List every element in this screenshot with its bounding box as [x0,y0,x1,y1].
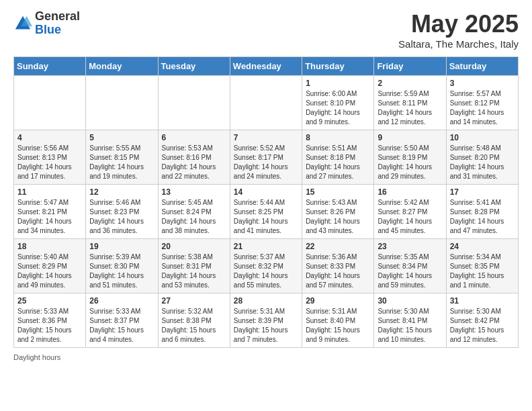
day-number: 18 [17,242,82,251]
calendar-week-row: 1Sunrise: 6:00 AM Sunset: 8:10 PM Daylig… [14,76,519,130]
day-number: 5 [89,133,154,142]
day-number: 3 [450,79,515,88]
day-of-week-header: Thursday [302,57,374,76]
calendar-header-row: SundayMondayTuesdayWednesdayThursdayFrid… [14,57,519,76]
calendar-cell: 13Sunrise: 5:45 AM Sunset: 8:24 PM Dayli… [158,185,230,239]
calendar-cell: 16Sunrise: 5:42 AM Sunset: 8:27 PM Dayli… [374,185,446,239]
calendar-cell: 24Sunrise: 5:34 AM Sunset: 8:35 PM Dayli… [446,239,518,293]
logo-icon [13,14,32,33]
day-info: Sunrise: 5:33 AM Sunset: 8:36 PM Dayligh… [17,307,82,345]
calendar-cell: 11Sunrise: 5:47 AM Sunset: 8:21 PM Dayli… [14,185,86,239]
day-number: 17 [450,187,515,197]
day-info: Sunrise: 5:59 AM Sunset: 8:11 PM Dayligh… [378,89,442,127]
day-number: 22 [306,242,370,251]
day-number: 26 [89,296,154,306]
day-info: Sunrise: 5:53 AM Sunset: 8:16 PM Dayligh… [162,144,226,181]
calendar-cell [14,76,86,130]
day-number: 11 [17,187,82,197]
calendar-cell: 7Sunrise: 5:52 AM Sunset: 8:17 PM Daylig… [230,130,302,185]
day-info: Sunrise: 6:00 AM Sunset: 8:10 PM Dayligh… [306,89,370,127]
day-number: 8 [306,133,370,142]
calendar-cell: 9Sunrise: 5:50 AM Sunset: 8:19 PM Daylig… [374,130,446,185]
calendar-week-row: 25Sunrise: 5:33 AM Sunset: 8:36 PM Dayli… [14,293,519,348]
calendar-cell [158,76,230,130]
calendar-week-row: 18Sunrise: 5:40 AM Sunset: 8:29 PM Dayli… [14,239,519,293]
day-number: 28 [234,296,298,306]
day-info: Sunrise: 5:44 AM Sunset: 8:25 PM Dayligh… [234,198,298,236]
calendar-cell: 30Sunrise: 5:30 AM Sunset: 8:41 PM Dayli… [374,293,446,348]
day-info: Sunrise: 5:30 AM Sunset: 8:42 PM Dayligh… [450,307,515,345]
calendar-cell: 20Sunrise: 5:38 AM Sunset: 8:31 PM Dayli… [158,239,230,293]
day-info: Sunrise: 5:31 AM Sunset: 8:40 PM Dayligh… [306,307,370,345]
calendar-cell: 18Sunrise: 5:40 AM Sunset: 8:29 PM Dayli… [14,239,86,293]
calendar-cell: 1Sunrise: 6:00 AM Sunset: 8:10 PM Daylig… [302,76,374,130]
day-of-week-header: Friday [374,57,446,76]
day-info: Sunrise: 5:34 AM Sunset: 8:35 PM Dayligh… [450,253,515,290]
calendar-cell [230,76,302,130]
calendar-cell: 25Sunrise: 5:33 AM Sunset: 8:36 PM Dayli… [14,293,86,348]
day-number: 1 [306,79,370,88]
day-info: Sunrise: 5:57 AM Sunset: 8:12 PM Dayligh… [450,89,515,127]
day-number: 4 [17,133,82,142]
calendar-cell: 10Sunrise: 5:48 AM Sunset: 8:20 PM Dayli… [446,130,518,185]
calendar-table: SundayMondayTuesdayWednesdayThursdayFrid… [13,56,519,348]
calendar-cell: 14Sunrise: 5:44 AM Sunset: 8:25 PM Dayli… [230,185,302,239]
day-info: Sunrise: 5:40 AM Sunset: 8:29 PM Dayligh… [17,253,82,290]
day-number: 13 [162,187,226,197]
day-info: Sunrise: 5:39 AM Sunset: 8:30 PM Dayligh… [89,253,154,290]
day-of-week-header: Saturday [446,57,518,76]
calendar-cell: 22Sunrise: 5:36 AM Sunset: 8:33 PM Dayli… [302,239,374,293]
day-number: 6 [162,133,226,142]
calendar-week-row: 11Sunrise: 5:47 AM Sunset: 8:21 PM Dayli… [14,185,519,239]
day-info: Sunrise: 5:42 AM Sunset: 8:27 PM Dayligh… [378,198,442,236]
day-info: Sunrise: 5:33 AM Sunset: 8:37 PM Dayligh… [89,307,154,345]
day-number: 12 [89,187,154,197]
day-number: 24 [450,242,515,251]
day-number: 31 [450,296,515,306]
calendar-cell: 31Sunrise: 5:30 AM Sunset: 8:42 PM Dayli… [446,293,518,348]
calendar-cell: 2Sunrise: 5:59 AM Sunset: 8:11 PM Daylig… [374,76,446,130]
day-info: Sunrise: 5:43 AM Sunset: 8:26 PM Dayligh… [306,198,370,236]
day-info: Sunrise: 5:30 AM Sunset: 8:41 PM Dayligh… [378,307,442,345]
calendar-cell: 5Sunrise: 5:55 AM Sunset: 8:15 PM Daylig… [86,130,158,185]
calendar-cell: 29Sunrise: 5:31 AM Sunset: 8:40 PM Dayli… [302,293,374,348]
calendar-cell: 27Sunrise: 5:32 AM Sunset: 8:38 PM Dayli… [158,293,230,348]
day-number: 2 [378,79,442,88]
day-number: 21 [234,242,298,251]
day-number: 23 [378,242,442,251]
day-info: Sunrise: 5:32 AM Sunset: 8:38 PM Dayligh… [162,307,226,345]
footer: Daylight hours [13,353,519,361]
day-info: Sunrise: 5:55 AM Sunset: 8:15 PM Dayligh… [89,144,154,181]
day-info: Sunrise: 5:41 AM Sunset: 8:28 PM Dayligh… [450,198,515,236]
logo-general-text: General [35,10,80,24]
day-number: 20 [162,242,226,251]
calendar-cell: 8Sunrise: 5:51 AM Sunset: 8:18 PM Daylig… [302,130,374,185]
calendar-cell: 26Sunrise: 5:33 AM Sunset: 8:37 PM Dayli… [86,293,158,348]
day-info: Sunrise: 5:36 AM Sunset: 8:33 PM Dayligh… [306,253,370,290]
day-of-week-header: Sunday [14,57,86,76]
subtitle: Saltara, The Marches, Italy [398,38,519,50]
day-info: Sunrise: 5:46 AM Sunset: 8:23 PM Dayligh… [89,198,154,236]
day-info: Sunrise: 5:37 AM Sunset: 8:32 PM Dayligh… [234,253,298,290]
day-number: 16 [378,187,442,197]
calendar-cell: 28Sunrise: 5:31 AM Sunset: 8:39 PM Dayli… [230,293,302,348]
logo-blue-text: Blue [35,24,80,37]
calendar-cell: 4Sunrise: 5:56 AM Sunset: 8:13 PM Daylig… [14,130,86,185]
day-of-week-header: Monday [86,57,158,76]
calendar-cell: 17Sunrise: 5:41 AM Sunset: 8:28 PM Dayli… [446,185,518,239]
day-number: 29 [306,296,370,306]
calendar-cell [86,76,158,130]
day-info: Sunrise: 5:56 AM Sunset: 8:13 PM Dayligh… [17,144,82,181]
calendar-cell: 3Sunrise: 5:57 AM Sunset: 8:12 PM Daylig… [446,76,518,130]
day-number: 30 [378,296,442,306]
day-number: 19 [89,242,154,251]
day-info: Sunrise: 5:48 AM Sunset: 8:20 PM Dayligh… [450,144,515,181]
day-info: Sunrise: 5:52 AM Sunset: 8:17 PM Dayligh… [234,144,298,181]
day-number: 7 [234,133,298,142]
logo: General Blue [13,10,80,37]
day-of-week-header: Tuesday [158,57,230,76]
calendar-cell: 23Sunrise: 5:35 AM Sunset: 8:34 PM Dayli… [374,239,446,293]
month-title: May 2025 [398,10,519,38]
day-info: Sunrise: 5:31 AM Sunset: 8:39 PM Dayligh… [234,307,298,345]
calendar-week-row: 4Sunrise: 5:56 AM Sunset: 8:13 PM Daylig… [14,130,519,185]
